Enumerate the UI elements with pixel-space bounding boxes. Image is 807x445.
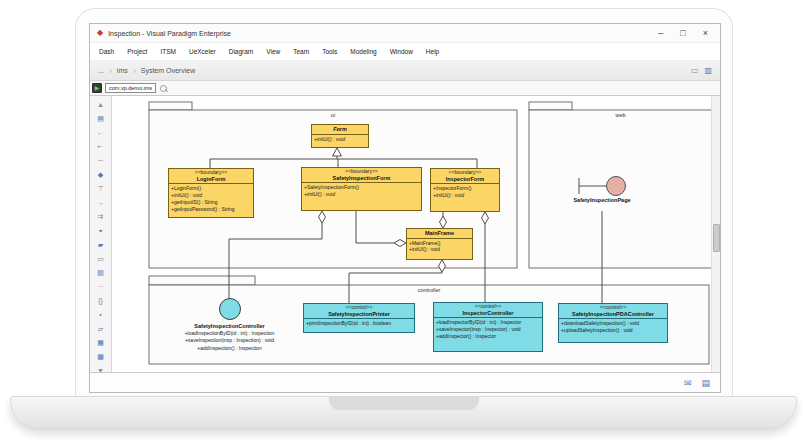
note-tool-icon[interactable]: ▧ [90, 266, 111, 280]
breadcrumb: ... › ims › System Overview ▭ ▥ [90, 61, 720, 81]
class-operation: +saveInspection(insp : Inspection) : voi… [185, 337, 275, 344]
directed-association-tool-icon[interactable]: → [90, 196, 111, 210]
class-operation: +initUI() : void [304, 191, 419, 198]
class-tool-icon[interactable]: ▤ [90, 112, 111, 126]
title-bar: ◆ Inspection - Visual Paradigm Enterpris… [90, 24, 720, 43]
search-icon[interactable] [160, 85, 167, 92]
menu-project[interactable]: Project [127, 48, 147, 55]
window-controls: – □ × [658, 29, 720, 38]
control-circle-icon [219, 298, 241, 320]
class-operation: +addInspector() : Inspector [436, 333, 540, 340]
diagram-layer: ui web controller Form +initUI() : void … [112, 96, 716, 372]
class-operation: +loadInspectorByID(id : int) : Inspector [436, 319, 540, 326]
class-safety-inspection-form[interactable]: <<boundary>> SafetyInspectionForm +Safet… [301, 167, 422, 211]
scroll-up-icon[interactable]: ▲ [90, 98, 111, 112]
selection-preview-icon[interactable]: ▭ [691, 66, 699, 75]
class-form[interactable]: Form +initUI() : void [311, 124, 369, 148]
menu-team[interactable]: Team [293, 48, 309, 55]
menu-dash[interactable]: Dash [99, 48, 114, 55]
class-inspector-controller[interactable]: <<control>> InspectorController +loadIns… [433, 302, 543, 352]
chevron-right-icon: › [109, 66, 112, 76]
control-safety-inspection-controller[interactable]: SafetyInspectionController +loadInspecti… [157, 298, 302, 352]
package-tab-controller [149, 276, 255, 285]
class-operation: +initUI() : void [314, 136, 366, 143]
report-icon[interactable]: ▤ [701, 378, 710, 388]
status-bar: ✉ ▤ [90, 372, 720, 392]
menu-window[interactable]: Window [390, 48, 413, 55]
class-name: Form [313, 126, 367, 133]
menu-bar: Dash Project ITSM UeXceler Diagram View … [90, 43, 720, 61]
mail-icon[interactable]: ✉ [684, 378, 692, 388]
class-name: SafetyInspectionPDAController [560, 311, 666, 318]
constraint-tool-icon[interactable]: {} [90, 294, 111, 308]
menu-modeling[interactable]: Modeling [350, 48, 376, 55]
class-operation: +getInputPassword() : String [171, 206, 251, 213]
close-button[interactable]: × [703, 29, 708, 38]
class-name: LoginForm [170, 176, 252, 183]
tab-strip: ▶ com.vp.demo.ims [90, 81, 720, 96]
breadcrumb-root[interactable]: ... [98, 67, 104, 74]
more-tools-icon[interactable]: ⋯ [90, 280, 111, 294]
breadcrumb-page[interactable]: System Overview [141, 67, 195, 74]
maximize-button[interactable]: □ [680, 29, 685, 38]
class-name: SafetyInspectionController [194, 323, 264, 329]
menu-help[interactable]: Help [426, 48, 439, 55]
anchor-tool-icon[interactable]: ⊤ [90, 182, 111, 196]
class-operation: +downloadSafetyInspection() : void [561, 320, 665, 327]
line-tool-icon[interactable]: ─ [90, 154, 111, 168]
minimize-button[interactable]: – [658, 29, 663, 38]
chart-icon[interactable]: ▦ [90, 336, 111, 350]
package-tab-ui [149, 102, 192, 110]
menu-itsm[interactable]: ITSM [160, 48, 176, 55]
class-operation: +printInspectionByID(id : int) : boolean [306, 320, 412, 327]
chevron-right-icon: › [133, 66, 136, 76]
class-operation: +InspectorForm() [433, 185, 497, 192]
dependency-tool-icon[interactable]: ⇠ [90, 140, 111, 154]
diamond-tool-icon[interactable]: ◆ [90, 168, 111, 182]
main-area: ▲ ▤ ← ⇠ ─ ◆ ⊤ → ⇉ ● ▰ ▭ ▧ ⋯ {} • ▱ [90, 96, 720, 372]
diagram-canvas[interactable]: ui web controller Form +initUI() : void … [112, 96, 720, 372]
oval-tool-icon[interactable]: ● [90, 227, 111, 236]
association-tool-icon[interactable]: ← [90, 126, 111, 140]
play-icon: ▶ [95, 85, 100, 91]
transition-tool-icon[interactable]: ⇉ [90, 210, 111, 224]
class-login-form[interactable]: <<boundary>> LoginForm +LoginForm() +ini… [168, 168, 254, 218]
class-name: SafetyInspectionForm [303, 175, 420, 182]
class-operation: +saveInspector(insp : Inspector) : void [436, 326, 540, 333]
model-folder-icon[interactable]: ▱ [90, 322, 111, 336]
class-safety-inspection-printer[interactable]: <<control>> SafetyInspectionPrinter +pri… [303, 303, 415, 333]
menu-view[interactable]: View [266, 48, 280, 55]
diagram-toolbar: ▲ ▤ ← ⇠ ─ ◆ ⊤ → ⇉ ● ▰ ▭ ▧ ⋯ {} • ▱ [90, 96, 112, 372]
window-title: Inspection - Visual Paradigm Enterprise [108, 30, 231, 37]
anchor-point-tool-icon[interactable]: • [90, 308, 111, 322]
class-operation: +initUI() : void [171, 192, 251, 199]
vertical-scrollbar[interactable] [711, 96, 720, 372]
scrollbar-thumb[interactable] [713, 224, 720, 252]
boundary-safety-inspection-page[interactable]: SafetyInspectionPage [552, 197, 652, 203]
run-button[interactable]: ▶ [92, 83, 102, 93]
frame-tool-icon[interactable]: ▭ [90, 252, 111, 266]
menu-tools[interactable]: Tools [322, 48, 337, 55]
class-main-frame[interactable]: MainFrame +MainFrame() +initUI() : void [406, 228, 473, 260]
package-tool-icon[interactable]: ▰ [90, 238, 111, 252]
class-name: InspectorController [435, 310, 541, 317]
package-tab-web [529, 102, 572, 110]
class-operation: +uploadSafetyInspection() : void [561, 327, 665, 334]
tab-com-vp-demo-ims[interactable]: com.vp.demo.ims [105, 83, 156, 94]
class-operation: +LoginForm() [171, 185, 251, 192]
menu-diagram[interactable]: Diagram [229, 48, 254, 55]
breadcrumb-project[interactable]: ims [117, 67, 128, 74]
class-name: InspectorForm [432, 176, 498, 183]
class-operation: +initUI() : void [409, 246, 470, 253]
class-operation: +MainFrame() [409, 240, 470, 247]
class-operation: +getInputID() : String [171, 199, 251, 206]
class-name: SafetyInspectionPrinter [305, 311, 413, 318]
boundary-circle-icon [607, 177, 626, 196]
grid-icon[interactable]: ▩ [90, 350, 111, 364]
class-inspector-form[interactable]: <<boundary>> InspectorForm +InspectorFor… [430, 168, 500, 212]
class-name: MainFrame [408, 230, 471, 237]
panel-layout-icon[interactable]: ▥ [704, 66, 712, 75]
laptop-screen: ◆ Inspection - Visual Paradigm Enterpris… [75, 8, 733, 396]
class-safety-inspection-pda-controller[interactable]: <<control>> SafetyInspectionPDAControlle… [558, 303, 668, 343]
menu-uexceler[interactable]: UeXceler [189, 48, 216, 55]
